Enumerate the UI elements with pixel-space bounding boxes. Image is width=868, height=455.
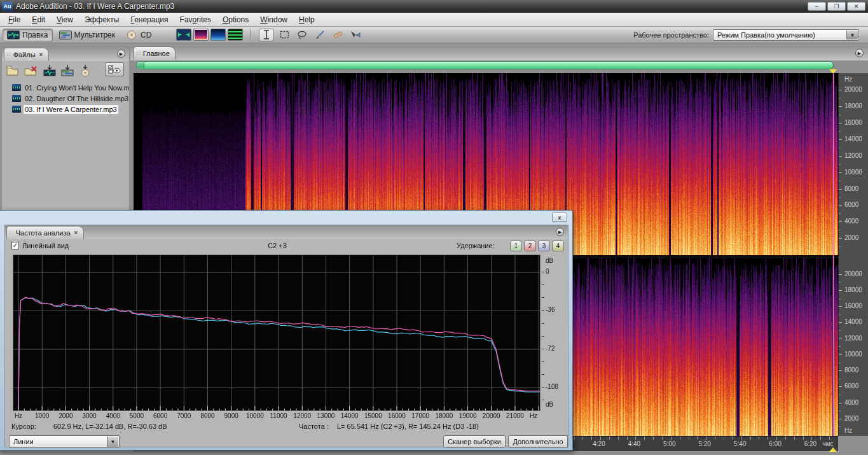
workspace-value: Режим Правка(по умолчанию) <box>717 31 815 39</box>
insert-into-multitrack-icon[interactable] <box>60 64 74 77</box>
playhead-marker-bottom[interactable] <box>829 447 837 452</box>
minimize-button[interactable]: – <box>808 2 826 11</box>
frequency-analysis-tab-close-icon[interactable]: ✕ <box>74 230 79 236</box>
horizontal-zoom-scrollbar[interactable] <box>136 61 834 69</box>
close-button[interactable]: ✕ <box>847 2 865 11</box>
time-ruler-label: 5:00 <box>663 440 675 447</box>
import-file-icon[interactable] <box>6 64 20 77</box>
main-tab[interactable]: ∷ Главное <box>134 46 176 60</box>
chevron-down-icon[interactable]: ▼ <box>107 437 118 447</box>
insert-into-waveform-icon[interactable] <box>43 64 57 77</box>
lasso-icon <box>297 31 307 39</box>
frequency-axis-tick-label: 8000 <box>200 412 214 419</box>
menu-item-генерация[interactable]: Генерация <box>125 14 174 25</box>
hold-button-1[interactable]: 1 <box>510 241 522 251</box>
files-tab[interactable]: ∷ Файлы ✕ <box>4 48 49 61</box>
workspace-select[interactable]: Режим Правка(по умолчанию) ▼ <box>713 29 859 41</box>
menu-item-эффекты[interactable]: Эффекты <box>79 14 125 25</box>
window-title: Adobe Audition - 03. If I Were A Carpent… <box>16 2 174 11</box>
frequency-analysis-close-button[interactable]: x <box>552 213 567 222</box>
lasso-selection-tool[interactable] <box>294 29 310 41</box>
frequency-label: Частота : <box>299 423 329 430</box>
frequency-ruler-label: 6000 <box>844 201 858 208</box>
file-list-item[interactable]: 02. Daugther Of The Hillside.mp3 <box>3 93 129 104</box>
time-ruler-label: 5:40 <box>734 440 746 447</box>
ruler-minor-tick <box>839 395 841 395</box>
db-axis-tick <box>542 323 544 324</box>
spot-healing-brush-tool[interactable] <box>330 29 345 41</box>
frequency-ruler-label: 4000 <box>844 399 858 406</box>
insert-into-cd-icon[interactable] <box>78 64 92 77</box>
menu-item-edit[interactable]: Edit <box>26 14 51 25</box>
db-axis-tick-label: dB <box>546 401 553 408</box>
waveform-display-button[interactable] <box>176 29 191 41</box>
frequency-analysis-window[interactable]: x ∷ Частота анализа ✕ ▶ ✓ Линейный вид C… <box>0 210 573 451</box>
ruler-minor-tick <box>839 148 841 148</box>
ruler-tick <box>839 123 842 123</box>
cd-view-button[interactable]: CD <box>121 29 155 41</box>
db-axis-tick <box>542 374 544 375</box>
phase-display-button[interactable] <box>228 29 243 41</box>
ruler-minor-tick <box>839 246 841 247</box>
edit-view-button[interactable]: Правка <box>3 29 53 41</box>
menu-item-view[interactable]: View <box>51 14 79 25</box>
menu-item-favorites[interactable]: Favorites <box>174 14 217 25</box>
frequency-axis-tick-label: 1000 <box>35 412 49 419</box>
frequency-readout: L= 65.541 Hz (C2 +3), R= 145.24 Hz (D3 -… <box>337 423 479 430</box>
sampler-button[interactable]: Сканер выборки <box>443 435 506 448</box>
hold-button-4[interactable]: 4 <box>552 241 564 251</box>
chevron-down-icon[interactable]: ▼ <box>846 31 858 39</box>
ruler-tick <box>839 189 842 190</box>
files-panel-menu-button[interactable]: ▶ <box>117 50 125 58</box>
linear-view-checkbox[interactable]: ✓ <box>11 242 19 249</box>
ruler-tick <box>839 221 842 222</box>
hold-button-3[interactable]: 3 <box>538 241 550 251</box>
files-tab-label: Файлы <box>13 51 36 59</box>
title-bar[interactable]: Au Adobe Audition - 03. If I Were A Carp… <box>0 0 868 13</box>
db-axis-tick <box>542 400 544 400</box>
frequency-ruler-label: 16000 <box>844 119 862 126</box>
frequency-axis-tick-label: 13000 <box>317 412 335 419</box>
file-list-item[interactable]: 03. If I Were A Carpenter.mp3 <box>3 104 129 115</box>
menu-item-window[interactable]: Window <box>254 14 293 25</box>
pan-spectral-display-button[interactable] <box>210 29 226 41</box>
time-selection-tool[interactable] <box>259 29 274 41</box>
frequency-analysis-menu-button[interactable]: ▶ <box>556 228 564 236</box>
frequency-analysis-tab[interactable]: ∷ Частота анализа ✕ <box>6 226 84 239</box>
marquee-selection-tool[interactable] <box>277 29 292 41</box>
files-tab-close-icon[interactable]: ✕ <box>39 52 44 58</box>
scrub-tool[interactable] <box>348 29 363 41</box>
spectral-display-button[interactable] <box>193 29 209 41</box>
options-toggle-button[interactable] <box>105 62 124 76</box>
frequency-ruler-label: 20000 <box>844 86 862 93</box>
frequency-axis-tick-label: 7000 <box>177 412 191 419</box>
hold-button-2[interactable]: 2 <box>524 241 536 251</box>
frequency-ruler[interactable]: Hz20000180001600014000120001000080006000… <box>838 73 868 436</box>
ruler-minor-tick <box>839 230 841 230</box>
multitrack-view-button[interactable]: Мультитрек <box>55 29 119 41</box>
ruler-minor-tick <box>839 314 841 315</box>
files-panel-toolbar <box>2 61 129 80</box>
effects-paintbrush-tool[interactable] <box>312 29 327 41</box>
audio-file-icon <box>12 84 21 91</box>
frequency-axis-tick-label: 6000 <box>153 412 167 419</box>
main-panel-menu-button[interactable]: ▶ <box>855 49 864 57</box>
menu-item-file[interactable]: File <box>3 14 26 25</box>
menu-item-options[interactable]: Options <box>217 14 254 25</box>
ruler-minor-tick <box>839 282 841 283</box>
ruler-minor-tick <box>839 197 841 198</box>
show-options-icon <box>108 65 121 74</box>
playhead-cursor[interactable] <box>833 73 834 436</box>
frequency-analysis-plot[interactable] <box>13 255 541 411</box>
cd-icon <box>125 31 138 39</box>
frequency-axis-tick-label: 17000 <box>411 412 429 419</box>
ruler-tick <box>839 419 842 419</box>
close-file-icon[interactable] <box>24 64 39 77</box>
maximize-button[interactable]: ❐ <box>827 2 846 11</box>
advanced-button[interactable]: Дополнительно <box>508 435 568 448</box>
marquee-icon <box>280 31 289 39</box>
menu-item-help[interactable]: Help <box>293 14 320 25</box>
file-list-item[interactable]: 01. Crying Won't Help You Now.mp3 <box>3 82 129 93</box>
frequency-axis-tick-label: 3000 <box>82 412 96 419</box>
scale-type-select[interactable]: Линии ▼ <box>9 435 120 448</box>
